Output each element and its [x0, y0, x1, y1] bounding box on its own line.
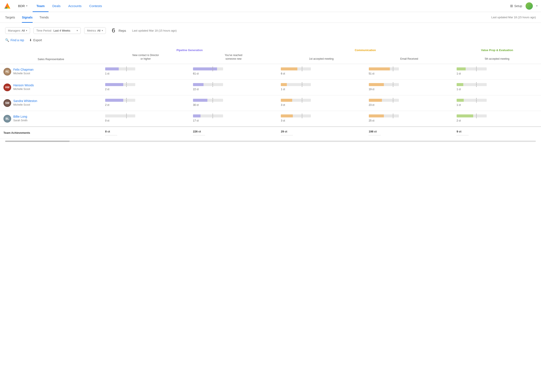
bar-track-1-4: [457, 83, 487, 86]
bar-fill-2-4: [457, 99, 464, 102]
bar-fill-1-3: [369, 83, 384, 86]
sub-nav-signals[interactable]: Signals: [22, 12, 33, 23]
bar-wrap-1-4: [457, 83, 487, 87]
rep-avatar-2: SW: [3, 99, 11, 107]
metrics-filter-value: All: [97, 29, 100, 32]
metric-value-3-4: 2 ct: [457, 119, 538, 122]
col-header-0: New contact is Directoror higher: [102, 52, 190, 64]
bar-wrap-3-1: [193, 114, 223, 118]
bar-target-line-1-0: [126, 82, 127, 87]
metric-cell-1-4: 1 ct: [453, 79, 541, 95]
metric-cell-3-0: 0 ct: [102, 111, 190, 127]
metric-cell-1-0: 2 ct: [102, 79, 190, 95]
signals-table: Pipeline Generation Communication Value …: [0, 46, 541, 139]
bar-track-1-1: [193, 83, 223, 86]
reps-label: Reps: [119, 29, 126, 32]
export-label: Export: [33, 38, 42, 42]
scrollbar-thumb[interactable]: [5, 141, 70, 142]
nav-link-contests[interactable]: Contests: [85, 0, 106, 12]
bar-track-1-3: [369, 83, 399, 86]
brand-selector[interactable]: BDR ▾: [18, 4, 27, 8]
bar-target-line-0-1: [213, 67, 213, 71]
metrics-filter[interactable]: Metrics All ▾: [84, 27, 106, 34]
rep-avatar-3: BL: [3, 115, 11, 123]
bar-fill-0-1: [193, 68, 217, 70]
bar-fill-3-1: [193, 115, 201, 117]
rep-label-header: Sales Representative: [0, 52, 102, 64]
bar-track-0-0: [105, 68, 135, 70]
bar-fill-2-0: [105, 99, 123, 102]
bar-target-line-0-2: [302, 67, 302, 71]
setup-button[interactable]: ⊞ Setup: [510, 4, 522, 8]
bar-track-2-4: [457, 99, 487, 102]
nav-link-deals[interactable]: Deals: [48, 0, 64, 12]
rep-name-2[interactable]: Sandra Whiteston: [13, 99, 37, 103]
bar-fill-0-0: [105, 68, 119, 70]
metric-value-1-2: 1 ct: [281, 88, 362, 91]
bar-wrap-2-0: [105, 98, 135, 102]
rep-name-0[interactable]: Felix Chapman: [13, 68, 33, 71]
bar-target-line-2-4: [476, 98, 477, 103]
footer-val-1: 226 ct ............: [190, 127, 277, 139]
bar-track-0-4: [457, 68, 487, 70]
metric-cell-0-2: 6 ct: [277, 64, 365, 79]
bar-target-line-3-0: [126, 114, 127, 118]
metric-cell-0-0: 1 ct: [102, 64, 190, 79]
metric-cell-3-2: 3 ct: [277, 111, 365, 127]
metric-value-2-1: 30 ct: [193, 104, 274, 106]
table-row: SW Sandra Whiteston Michelle Scoot 2 ct: [0, 95, 541, 111]
rep-avatar-0: FC: [3, 68, 11, 76]
metric-cell-1-2: 1 ct: [277, 79, 365, 95]
metric-value-3-2: 3 ct: [281, 119, 362, 122]
bar-track-3-4: [457, 115, 487, 117]
col-header-1: You've reachedsomeone new: [190, 52, 277, 64]
rep-cell-0: FC Felix Chapman Michelle Scoot: [0, 64, 102, 79]
bar-target-line-3-2: [302, 114, 302, 118]
value-prop-group-header: Value Prop & Evaluation: [453, 46, 541, 52]
pipeline-group-header: Pipeline Generation: [102, 46, 277, 52]
footer-val-4: 9 ct ............: [453, 127, 541, 139]
user-avatar[interactable]: [525, 2, 533, 10]
managers-filter[interactable]: Managers All ▾: [5, 27, 30, 34]
export-button[interactable]: ⬇ Export: [29, 38, 42, 42]
bar-wrap-1-2: [281, 83, 311, 87]
nav-link-accounts[interactable]: Accounts: [64, 0, 85, 12]
table-row: FC Felix Chapman Michelle Scoot 1 ct: [0, 64, 541, 79]
bar-track-3-1: [193, 115, 223, 117]
bar-fill-0-4: [457, 68, 466, 70]
app-logo[interactable]: [3, 2, 11, 10]
metric-value-1-4: 1 ct: [457, 88, 538, 91]
reps-count: 6: [112, 27, 115, 34]
metric-value-0-0: 1 ct: [105, 72, 186, 75]
bar-target-line-0-0: [126, 67, 127, 71]
col-header-2: 1st accepted meeting: [277, 52, 365, 64]
rep-name-1[interactable]: Hanson Woods: [13, 84, 34, 87]
sub-nav-targets[interactable]: Targets: [5, 12, 15, 23]
nav-link-team[interactable]: Team: [33, 0, 48, 12]
bar-target-line-1-1: [213, 82, 213, 87]
bar-fill-1-0: [105, 83, 123, 86]
time-period-filter-label: Time Period: [36, 29, 51, 32]
sub-nav-trends[interactable]: Trends: [40, 12, 49, 23]
bar-wrap-0-3: [369, 67, 399, 71]
table-sub-header-row: Sales Representative New contact is Dire…: [0, 52, 541, 64]
table-row: BL Billie Long Sarah Smith 0 ct: [0, 111, 541, 127]
rep-avatar-1: HW: [3, 84, 11, 91]
export-icon: ⬇: [29, 38, 32, 42]
footer-val-2: 29 ct ............: [277, 127, 365, 139]
bar-track-3-3: [369, 115, 399, 117]
bar-track-0-3: [369, 68, 399, 70]
rep-col-header: [0, 46, 102, 52]
rep-name-3[interactable]: Billie Long: [13, 115, 27, 118]
metric-value-2-3: 23 ct: [369, 104, 450, 106]
bar-target-line-2-3: [393, 98, 393, 103]
nav-links: Team Deals Accounts Contests: [33, 0, 106, 12]
horizontal-scrollbar[interactable]: [0, 139, 541, 144]
metric-value-2-2: 3 ct: [281, 104, 362, 106]
avatar-chevron-icon[interactable]: ▾: [536, 5, 538, 7]
rep-cell-3: BL Billie Long Sarah Smith: [0, 111, 102, 127]
find-rep-button[interactable]: 🔍 Find a rep: [5, 38, 24, 42]
metric-value-1-0: 2 ct: [105, 88, 186, 91]
time-period-filter[interactable]: Time Period Last 4 Weeks ▾: [33, 27, 81, 34]
bar-track-0-2: [281, 68, 311, 70]
